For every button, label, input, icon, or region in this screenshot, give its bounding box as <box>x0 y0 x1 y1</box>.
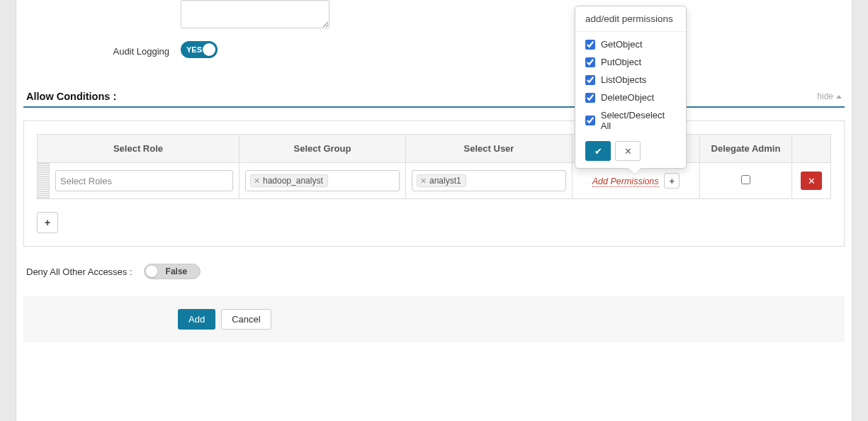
perm-option[interactable]: ListObjects <box>585 74 676 85</box>
audit-logging-toggle[interactable]: YES <box>181 41 218 58</box>
deny-all-label: Deny All Other Accesses : <box>26 266 133 277</box>
add-row-button[interactable]: + <box>37 212 58 233</box>
perm-checkbox-deleteobject[interactable] <box>585 93 595 103</box>
remove-tag-icon[interactable]: ✕ <box>254 176 260 186</box>
toggle-knob <box>146 266 157 277</box>
remove-tag-icon[interactable]: ✕ <box>420 176 427 186</box>
toggle-knob <box>203 43 215 56</box>
th-user: Select User <box>406 135 573 163</box>
th-group: Select Group <box>239 135 406 163</box>
add-permissions-link[interactable]: Add Permissions <box>592 176 659 187</box>
delete-row-button[interactable]: ✕ <box>801 172 822 190</box>
perm-option[interactable]: PutObject <box>585 57 676 67</box>
popover-arrow <box>629 168 641 174</box>
group-tag[interactable]: ✕ hadoop_analyst <box>250 174 328 187</box>
hide-label: hide <box>817 91 833 101</box>
perm-checkbox-listobjects[interactable] <box>585 75 595 85</box>
select-group-input[interactable]: ✕ hadoop_analyst <box>245 170 400 191</box>
table-row: Select Roles ✕ hadoop_analyst <box>38 163 831 199</box>
perm-checkbox-selectall[interactable] <box>585 116 595 125</box>
conditions-table: Select Role Select Group Select User Per… <box>37 134 831 199</box>
role-placeholder: Select Roles <box>60 176 112 186</box>
audit-logging-label: Audit Logging <box>23 43 181 57</box>
perm-checkbox-getobject[interactable] <box>585 40 595 50</box>
deny-all-toggle[interactable]: False <box>144 264 201 279</box>
drag-handle[interactable] <box>38 163 50 199</box>
add-permissions-plus-button[interactable]: + <box>664 173 680 189</box>
perm-label: ListObjects <box>601 74 646 85</box>
close-icon: ✕ <box>624 146 632 157</box>
toggle-yes-text: YES <box>186 45 202 54</box>
cancel-button[interactable]: Cancel <box>221 309 271 330</box>
allow-conditions-title: Allow Conditions : <box>26 91 116 102</box>
perm-checkbox-putobject[interactable] <box>585 57 595 67</box>
check-icon: ✔ <box>594 146 602 157</box>
permissions-popover: add/edit permissions GetObject PutObject… <box>575 6 687 169</box>
group-tag-label: hadoop_analyst <box>263 176 323 186</box>
footer-actions: Add Cancel <box>23 296 845 342</box>
th-delete <box>792 135 831 163</box>
popover-title: add/edit permissions <box>575 6 686 32</box>
perm-label: PutObject <box>601 57 641 67</box>
caret-up-icon <box>836 95 842 99</box>
perm-option[interactable]: DeleteObject <box>585 92 676 103</box>
close-icon: ✕ <box>808 176 816 186</box>
delegate-admin-checkbox[interactable] <box>741 175 750 184</box>
th-delegate: Delegate Admin <box>700 135 792 163</box>
perm-option[interactable]: GetObject <box>585 39 676 50</box>
user-tag[interactable]: ✕ analyst1 <box>417 174 466 187</box>
select-roles-input[interactable]: Select Roles <box>55 170 233 191</box>
toggle-false-text: False <box>166 266 188 276</box>
perm-label: Select/Deselect All <box>601 110 676 131</box>
user-tag-label: analyst1 <box>429 176 461 186</box>
hide-section-link[interactable]: hide <box>817 91 842 101</box>
perm-label: GetObject <box>601 39 643 50</box>
select-user-input[interactable]: ✕ analyst1 <box>412 170 566 191</box>
perm-option[interactable]: Select/Deselect All <box>585 110 676 131</box>
popover-cancel-button[interactable]: ✕ <box>615 141 641 161</box>
description-textarea[interactable] <box>181 0 329 28</box>
allow-conditions-box: Select Role Select Group Select User Per… <box>23 120 845 247</box>
th-role: Select Role <box>38 135 239 163</box>
popover-confirm-button[interactable]: ✔ <box>585 141 611 161</box>
perm-label: DeleteObject <box>601 92 654 103</box>
add-button[interactable]: Add <box>178 309 215 330</box>
